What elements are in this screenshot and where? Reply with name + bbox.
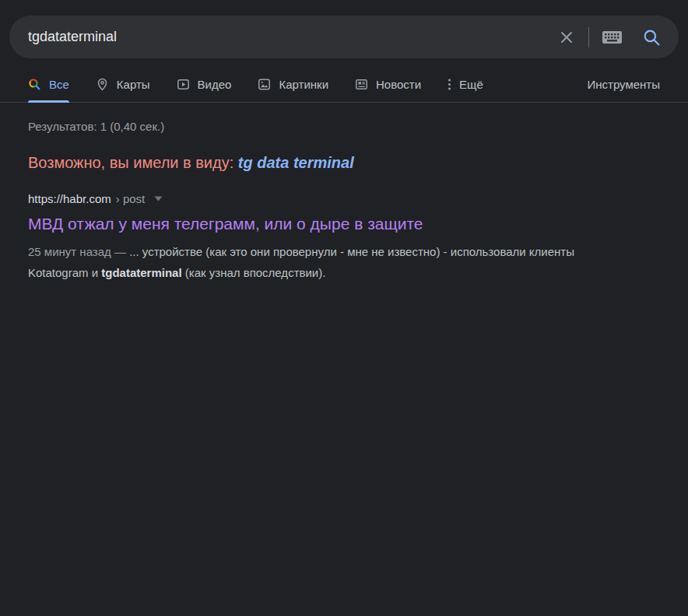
- tab-label: Видео: [198, 78, 232, 91]
- result-stats: Результатов: 1 (0,40 сек.): [28, 120, 660, 133]
- tab-label: Все: [49, 78, 69, 91]
- result-url-row[interactable]: https://habr.com › post: [28, 192, 163, 205]
- result-url: https://habr.com: [28, 192, 111, 205]
- tools-button[interactable]: Инструменты: [587, 68, 660, 102]
- tabs-group: Все Карты Видео Картинки: [28, 68, 483, 102]
- did-you-mean-suggestion-link[interactable]: tg data terminal: [238, 154, 354, 171]
- video-play-icon: [177, 78, 190, 91]
- results-area: Результатов: 1 (0,40 сек.) Возможно, вы …: [0, 120, 688, 283]
- did-you-mean: Возможно, вы имели в виду: tg data termi…: [28, 154, 660, 172]
- google-search-icon: [28, 78, 41, 91]
- tab-label: Картинки: [279, 78, 328, 91]
- chevron-down-icon: [154, 196, 163, 201]
- clear-search-button[interactable]: [557, 28, 576, 47]
- tab-label: Карты: [117, 78, 150, 91]
- virtual-keyboard-button[interactable]: [602, 30, 623, 45]
- result-snippet: 25 минут назад — ... устройстве (как это…: [28, 241, 612, 283]
- snippet-date: 25 минут назад —: [28, 245, 129, 258]
- tab-maps[interactable]: Карты: [96, 68, 150, 102]
- search-input[interactable]: [28, 29, 557, 45]
- snippet-text-after: (как узнал впоследствии).: [182, 266, 326, 279]
- keyboard-icon: [602, 30, 623, 45]
- tab-label: Ещё: [459, 78, 483, 91]
- tab-news[interactable]: Новости: [355, 68, 421, 102]
- news-icon: [355, 78, 368, 91]
- tools-label: Инструменты: [587, 78, 660, 91]
- result-options-button[interactable]: [154, 196, 163, 201]
- result-breadcrumb: › post: [116, 192, 146, 205]
- image-icon: [258, 78, 271, 91]
- tab-videos[interactable]: Видео: [177, 68, 232, 102]
- tab-images[interactable]: Картинки: [258, 68, 328, 102]
- result-title-link[interactable]: МВД отжал у меня телеграмм, или о дыре в…: [28, 215, 423, 233]
- search-tabs: Все Карты Видео Картинки: [0, 68, 688, 103]
- map-pin-icon: [96, 78, 109, 91]
- close-icon: [557, 28, 576, 47]
- search-header: [0, 0, 688, 58]
- search-icon: [641, 27, 662, 47]
- search-submit-button[interactable]: [641, 27, 662, 47]
- snippet-highlight: tgdataterminal: [101, 266, 181, 279]
- tab-label: Новости: [376, 78, 421, 91]
- searchbar-divider: [588, 27, 589, 47]
- more-vertical-icon: [448, 78, 451, 91]
- search-result: https://habr.com › post МВД отжал у меня…: [28, 192, 660, 283]
- search-bar: [9, 16, 679, 58]
- did-you-mean-prefix: Возможно, вы имели в виду:: [28, 154, 238, 171]
- tab-all[interactable]: Все: [28, 68, 69, 102]
- tab-more[interactable]: Ещё: [448, 68, 483, 102]
